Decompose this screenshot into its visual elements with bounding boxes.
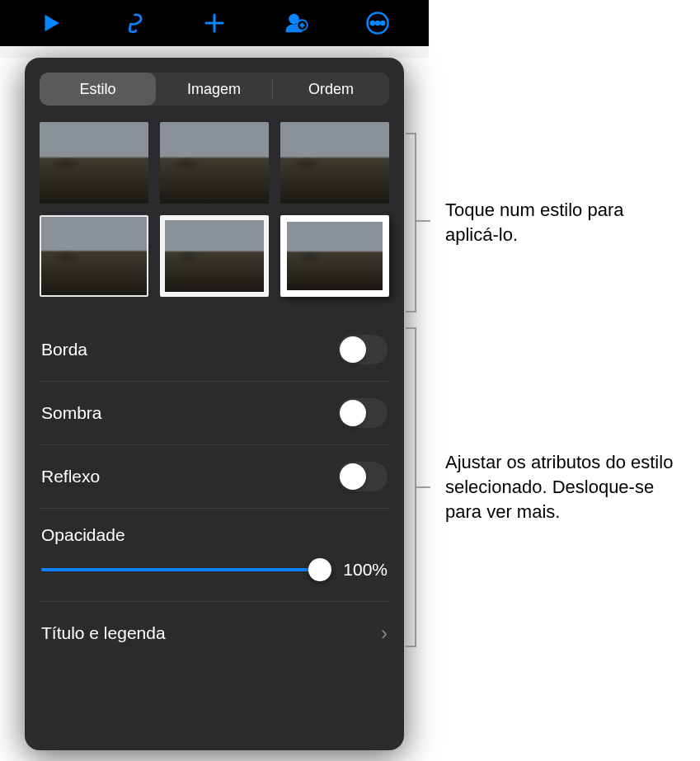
toggle-sombra[interactable] xyxy=(338,398,388,428)
style-thumb-5[interactable] xyxy=(160,215,269,297)
style-thumb-3[interactable] xyxy=(280,122,389,204)
style-grid xyxy=(40,122,389,297)
callout-text-attributes: Ajustar os atributos do estilo seleciona… xyxy=(445,450,676,524)
format-panel: Estilo Imagem Ordem Borda Sombra Reflexo… xyxy=(25,58,404,750)
toolbar xyxy=(0,0,429,46)
toggle-knob xyxy=(340,400,366,426)
plus-icon[interactable] xyxy=(200,8,229,38)
toggle-borda[interactable] xyxy=(338,335,388,364)
opacity-slider[interactable] xyxy=(41,568,320,571)
callout-bracket xyxy=(406,132,435,313)
label-reflexo: Reflexo xyxy=(41,467,100,486)
slider-knob[interactable] xyxy=(308,558,331,581)
style-thumb-6[interactable] xyxy=(280,215,389,297)
label-sombra: Sombra xyxy=(41,403,102,423)
callout-bracket xyxy=(406,326,435,648)
row-borda: Borda xyxy=(40,318,389,382)
style-thumb-2[interactable] xyxy=(160,122,269,204)
toggle-knob xyxy=(340,463,366,490)
slider-fill xyxy=(41,568,320,571)
opacity-slider-wrap: 100% xyxy=(41,560,388,593)
toggle-reflexo[interactable] xyxy=(338,462,388,491)
tab-imagem[interactable]: Imagem xyxy=(156,73,272,106)
person-add-icon[interactable] xyxy=(281,8,311,38)
svg-point-0 xyxy=(290,15,298,23)
opacity-value: 100% xyxy=(335,560,388,580)
label-borda: Borda xyxy=(41,340,87,359)
more-icon[interactable] xyxy=(363,8,392,38)
toolbar-underlay xyxy=(0,46,429,58)
play-icon[interactable] xyxy=(36,8,66,38)
tab-estilo[interactable]: Estilo xyxy=(40,73,156,106)
label-opacidade: Opacidade xyxy=(41,525,388,545)
toggle-knob xyxy=(340,336,366,363)
segmented-control: Estilo Imagem Ordem xyxy=(40,73,389,106)
callout-text-styles: Toque num estilo para aplicá-lo. xyxy=(445,198,676,247)
style-thumb-1[interactable] xyxy=(40,122,148,204)
row-titulo-legenda[interactable]: Título e legenda › xyxy=(40,602,389,661)
chevron-right-icon: › xyxy=(381,622,388,645)
brush-icon[interactable] xyxy=(118,8,148,38)
row-reflexo: Reflexo xyxy=(40,445,389,509)
svg-point-4 xyxy=(376,21,379,25)
row-sombra: Sombra xyxy=(40,382,389,445)
style-thumb-4[interactable] xyxy=(40,215,148,297)
svg-point-5 xyxy=(382,21,385,25)
svg-point-3 xyxy=(371,21,374,25)
label-titulo-legenda: Título e legenda xyxy=(41,623,166,643)
callout-attributes: Ajustar os atributos do estilo seleciona… xyxy=(406,326,676,648)
callout-styles: Toque num estilo para aplicá-lo. xyxy=(406,132,676,313)
row-opacidade: Opacidade 100% xyxy=(40,509,389,602)
tab-ordem[interactable]: Ordem xyxy=(273,73,389,106)
